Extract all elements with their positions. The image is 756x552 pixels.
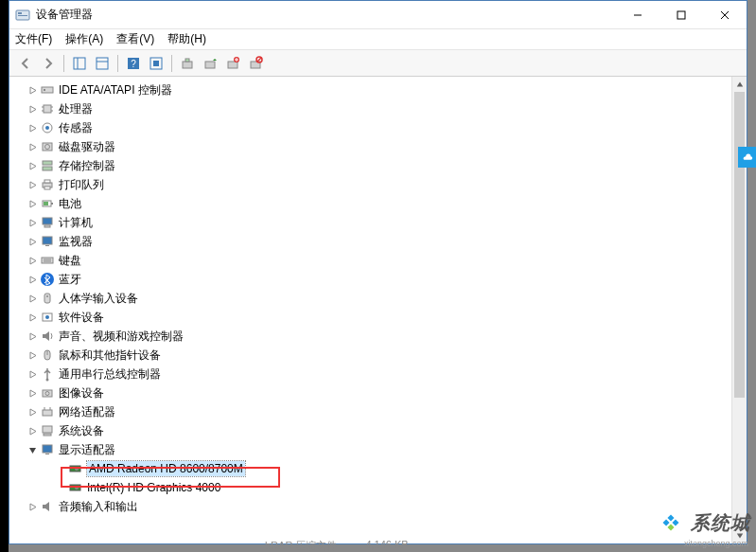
- tree-node-label: 网络适配器: [59, 404, 115, 420]
- update-driver-button[interactable]: [200, 53, 220, 74]
- expand-icon[interactable]: [26, 368, 38, 380]
- action-button[interactable]: [146, 53, 167, 74]
- expand-icon[interactable]: [26, 330, 38, 342]
- svg-rect-39: [44, 180, 50, 183]
- device-tree[interactable]: IDE ATA/ATAPI 控制器 处理器 传感器 磁盘驱动器 存储控制器 打印…: [9, 77, 731, 543]
- tree-node[interactable]: 蓝牙: [13, 270, 728, 289]
- device-category-icon: [40, 499, 55, 514]
- menu-help[interactable]: 帮助(H): [167, 31, 206, 47]
- disable-button[interactable]: [245, 53, 266, 74]
- expand-icon[interactable]: [26, 293, 38, 304]
- show-hide-tree-button[interactable]: [69, 53, 90, 74]
- tree-node[interactable]: 图像设备: [13, 383, 728, 402]
- tree-node-label: 监视器: [59, 234, 93, 250]
- tree-node[interactable]: 传感器: [13, 118, 728, 137]
- tree-node[interactable]: 电池: [13, 194, 728, 213]
- svg-rect-61: [43, 410, 52, 416]
- expand-icon[interactable]: [26, 349, 38, 361]
- scroll-up-arrow[interactable]: [732, 77, 747, 92]
- svg-rect-7: [74, 58, 85, 69]
- forward-button[interactable]: [38, 53, 59, 74]
- scan-hardware-button[interactable]: [177, 53, 198, 74]
- expand-icon[interactable]: [26, 217, 38, 228]
- menu-action[interactable]: 操作(A): [65, 31, 103, 47]
- tree-node[interactable]: 网络适配器: [13, 402, 728, 421]
- expand-icon[interactable]: [26, 255, 38, 266]
- tree-node-label: 软件设备: [59, 310, 104, 326]
- tree-node[interactable]: 通用串行总线控制器: [13, 365, 728, 383]
- expand-icon[interactable]: [26, 406, 38, 418]
- help-button[interactable]: ?: [123, 53, 144, 74]
- expand-icon[interactable]: [26, 198, 38, 209]
- device-category-icon: [40, 329, 55, 344]
- expand-icon[interactable]: [26, 312, 38, 323]
- tree-node-label: 蓝牙: [59, 272, 81, 288]
- svg-rect-27: [44, 105, 51, 113]
- expand-icon[interactable]: [26, 84, 38, 96]
- device-manager-window: 设备管理器 文件(F) 操作(A) 查看(V) 帮助(H) ?: [9, 0, 747, 544]
- collapse-icon[interactable]: [26, 444, 38, 455]
- expand-icon[interactable]: [26, 387, 38, 399]
- svg-line-24: [257, 58, 261, 62]
- tree-node-display-adapters[interactable]: 显示适配器: [13, 440, 728, 459]
- window-controls: [616, 1, 747, 28]
- tree-node[interactable]: IDE ATA/ATAPI 控制器: [13, 80, 728, 99]
- tree-node[interactable]: 键盘: [13, 251, 728, 270]
- tree-node[interactable]: 系统设备: [13, 421, 728, 440]
- properties-button[interactable]: [92, 53, 113, 74]
- device-category-icon: [40, 404, 55, 419]
- expand-icon[interactable]: [26, 501, 38, 512]
- tree-node-label: 图像设备: [59, 385, 104, 401]
- close-button[interactable]: [703, 1, 747, 28]
- scroll-thumb[interactable]: [734, 92, 745, 398]
- tree-node-label: 打印队列: [59, 177, 104, 193]
- watermark-icon: [655, 507, 687, 539]
- device-category-icon: [40, 177, 55, 192]
- device-category-icon: [40, 101, 55, 116]
- expand-icon[interactable]: [26, 141, 38, 152]
- menu-view[interactable]: 查看(V): [116, 31, 154, 47]
- tree-node[interactable]: 监视器: [13, 232, 728, 251]
- svg-point-69: [75, 467, 79, 471]
- back-button[interactable]: [15, 53, 36, 74]
- expand-icon[interactable]: [26, 236, 38, 247]
- uninstall-button[interactable]: [222, 53, 243, 74]
- tree-node-label: 鼠标和其他指针设备: [59, 347, 161, 364]
- svg-rect-44: [43, 218, 52, 224]
- tree-node-label: 人体学输入设备: [59, 291, 138, 307]
- menu-file[interactable]: 文件(F): [15, 31, 52, 47]
- outer-margin: [0, 0, 9, 552]
- tree-node-label: 存储控制器: [59, 158, 115, 174]
- tree-node[interactable]: 存储控制器: [13, 156, 728, 175]
- expand-spacer: [55, 482, 66, 493]
- expand-icon[interactable]: [26, 274, 38, 285]
- tree-node[interactable]: 磁盘驱动器: [13, 137, 728, 156]
- expand-icon[interactable]: [26, 425, 38, 436]
- svg-point-53: [46, 295, 48, 297]
- expand-icon[interactable]: [26, 179, 38, 190]
- tree-node-audio-io[interactable]: 音频输入和输出: [13, 497, 728, 516]
- watermark-text: 系统城: [691, 510, 750, 536]
- expand-icon[interactable]: [26, 122, 38, 134]
- side-cloud-tab[interactable]: [738, 147, 756, 168]
- tree-node[interactable]: 计算机: [13, 213, 728, 232]
- device-category-icon: [40, 423, 55, 438]
- tree-node[interactable]: 人体学输入设备: [13, 289, 728, 308]
- tree-node-gpu[interactable]: Intel(R) HD Graphics 4000: [13, 478, 728, 497]
- svg-point-55: [45, 315, 49, 319]
- minimize-button[interactable]: [616, 1, 659, 28]
- svg-rect-48: [42, 258, 53, 263]
- tree-node-label: 音频输入和输出: [59, 499, 138, 515]
- tree-node[interactable]: 处理器: [13, 99, 728, 118]
- maximize-button[interactable]: [659, 1, 703, 28]
- expand-icon[interactable]: [26, 160, 38, 171]
- tree-node-gpu[interactable]: AMD Radeon HD 8600/8700M: [13, 459, 728, 478]
- svg-rect-1: [18, 12, 22, 14]
- tree-node[interactable]: 打印队列: [13, 175, 728, 194]
- tree-node[interactable]: 声音、视频和游戏控制器: [13, 327, 728, 346]
- tree-node[interactable]: 软件设备: [13, 308, 728, 327]
- status-bar: bRAR 压缩文件 4,146 KB: [265, 539, 409, 552]
- svg-rect-47: [45, 245, 49, 246]
- expand-icon[interactable]: [26, 103, 38, 115]
- tree-node[interactable]: 鼠标和其他指针设备: [13, 346, 728, 365]
